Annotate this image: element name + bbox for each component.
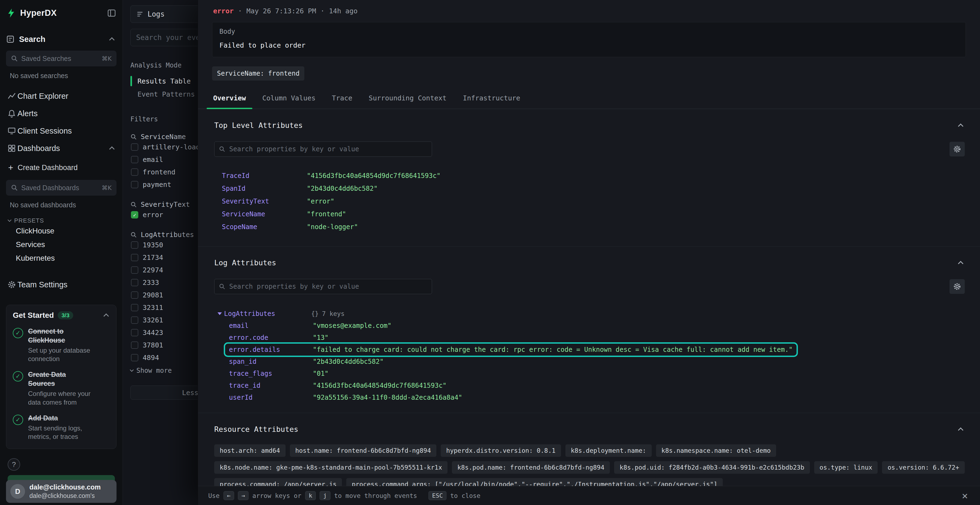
resource-chip[interactable]: process.command: /app/server.js [214, 478, 342, 486]
kv-key[interactable]: SeverityText [222, 197, 307, 205]
tab-overview[interactable]: Overview [205, 94, 254, 108]
checkbox-checked[interactable] [131, 211, 138, 219]
checkbox[interactable] [131, 316, 138, 324]
log-attributes-search-box[interactable] [214, 279, 432, 294]
tab-column-values[interactable]: Column Values [254, 94, 324, 108]
sidebar-item-team-settings[interactable]: Team Settings [6, 276, 116, 293]
attr-key[interactable]: error.code [229, 334, 313, 341]
checkbox[interactable] [131, 254, 138, 261]
saved-dashboards-search[interactable]: ⌘K [6, 180, 116, 195]
close-icon[interactable] [962, 491, 968, 501]
checkbox[interactable] [131, 156, 138, 163]
presets-toggle[interactable]: PRESETS [8, 217, 116, 224]
resource-chip[interactable]: os.type: linux [814, 461, 878, 474]
checkbox[interactable] [131, 181, 138, 188]
resource-chip[interactable]: k8s.namespace.name: otel-demo [656, 444, 776, 457]
attr-key[interactable]: userId [229, 394, 313, 401]
attr-value[interactable]: "2b43d0c4dd6bc582" [313, 358, 383, 365]
tree-root-key[interactable]: LogAttributes [224, 310, 311, 318]
kv-value[interactable]: "4156d3fbc40a64854d9dc7f68641593c" [307, 172, 441, 179]
checkbox[interactable] [131, 304, 138, 311]
tab-infrastructure[interactable]: Infrastructure [455, 94, 528, 108]
attr-value[interactable]: "4156d3fbc40a64854d9dc7f68641593c" [313, 382, 447, 389]
chevron-up-icon[interactable] [109, 146, 115, 152]
checkbox[interactable] [131, 354, 138, 361]
resource-chip[interactable]: k8s.pod.uid: f284fb2d-a0b3-4634-991b-e2c… [614, 461, 810, 474]
attr-value[interactable]: "92a55156-39a4-11f0-8ddd-a2eca416a8a4" [313, 394, 462, 401]
kv-key[interactable]: ServiceName [222, 210, 307, 218]
kv-row: SpanId"2b43d0c4dd6bc582" [222, 182, 965, 195]
resource-chip[interactable]: hyperdx.distro.version: 0.8.1 [441, 444, 561, 457]
tab-trace[interactable]: Trace [324, 94, 360, 108]
body-text: Failed to place order [220, 41, 958, 49]
sidebar-item-dashboards[interactable]: Dashboards [6, 140, 116, 157]
checkbox[interactable] [131, 143, 138, 151]
get-started-item[interactable]: Connect to ClickHouse Set up your databa… [13, 327, 110, 363]
settings-gear-button[interactable] [950, 142, 965, 156]
log-attributes-search-input[interactable] [229, 283, 427, 290]
attr-value[interactable]: "01" [313, 370, 329, 377]
resource-chip[interactable]: process.command_args: ["/usr/local/bin/n… [346, 478, 723, 486]
service-name-tag[interactable]: ServiceName: frontend [212, 67, 304, 81]
kv-value[interactable]: "frontend" [307, 210, 346, 218]
checkbox[interactable] [131, 329, 138, 336]
settings-gear-button[interactable] [950, 279, 965, 294]
sidebar-item-client-sessions[interactable]: Client Sessions [6, 122, 116, 140]
collapse-chevron-icon[interactable] [958, 260, 963, 266]
preset-clickhouse[interactable]: ClickHouse [16, 224, 116, 238]
kv-key[interactable]: TraceId [222, 172, 307, 179]
attr-key[interactable]: span_id [229, 358, 313, 365]
kv-value[interactable]: "node-logger" [307, 223, 358, 231]
resource-chip[interactable]: host.name: frontend-6b6c8d7bfd-ng894 [290, 444, 437, 457]
collapse-chevron-icon[interactable] [958, 123, 963, 129]
get-started-item[interactable]: Create Data Sources Configure where your… [13, 370, 110, 406]
sidebar-section-search[interactable]: Search [6, 33, 116, 45]
kv-value[interactable]: "2b43d0c4dd6bc582" [307, 185, 377, 192]
attr-value[interactable]: "failed to charge card: could not charge… [313, 346, 793, 353]
help-button[interactable]: ? [8, 458, 20, 471]
detail-content: Top Level Attributes [198, 109, 980, 486]
kv-key[interactable]: SpanId [222, 185, 307, 192]
get-started-item[interactable]: Add Data Start sending logs, metrics, or… [13, 414, 110, 441]
create-dashboard-button[interactable]: Create Dashboard [6, 160, 116, 175]
attr-key[interactable]: email [229, 322, 313, 329]
saved-searches-search[interactable]: ⌘K [6, 51, 116, 67]
resource-chip[interactable]: host.arch: amd64 [214, 444, 286, 457]
get-started-header[interactable]: Get Started 3/3 [13, 311, 110, 320]
top-level-search-input[interactable] [229, 145, 427, 153]
chevron-up-icon[interactable] [109, 37, 115, 43]
saved-dashboards-input[interactable] [21, 184, 102, 192]
tree-root-row[interactable]: LogAttributes {} 7 keys [218, 308, 348, 320]
checkbox[interactable] [131, 168, 138, 176]
attr-key[interactable]: trace_flags [229, 370, 313, 377]
kv-key[interactable]: ScopeName [222, 223, 307, 231]
chevron-up-icon[interactable] [103, 313, 109, 319]
sidebar-item-chart-explorer[interactable]: Chart Explorer [6, 87, 116, 105]
saved-searches-input[interactable] [21, 55, 102, 63]
resource-chip[interactable]: k8s.pod.name: frontend-6b6c8d7bfd-ng894 [452, 461, 610, 474]
checkbox[interactable] [131, 279, 138, 286]
collapse-chevron-icon[interactable] [958, 427, 963, 433]
top-level-search-box[interactable] [214, 141, 432, 157]
tab-surrounding-context[interactable]: Surrounding Context [360, 94, 455, 108]
preset-kubernetes[interactable]: Kubernetes [16, 251, 116, 265]
sidebar-collapse-icon[interactable] [107, 8, 116, 18]
preset-label: Kubernetes [16, 254, 55, 262]
checkbox[interactable] [131, 291, 138, 299]
kv-value[interactable]: "error" [307, 197, 334, 205]
checkbox[interactable] [131, 266, 138, 274]
resource-chip[interactable]: k8s.deployment.name: [565, 444, 652, 457]
sidebar-item-alerts[interactable]: Alerts [6, 105, 116, 122]
user-menu[interactable]: D dale@clickhouse.com dale@clickhouse.co… [6, 480, 116, 503]
attr-key[interactable]: error.details [229, 346, 313, 353]
preset-services[interactable]: Services [16, 238, 116, 251]
attr-key[interactable]: trace_id [229, 382, 313, 389]
resource-chip[interactable]: os.version: 6.6.72+ [882, 461, 964, 474]
resource-chip[interactable]: k8s.node.name: gke-pme-k8s-standard-main… [214, 461, 447, 474]
attr-value[interactable]: "vmoses@example.com" [313, 322, 391, 329]
checkbox[interactable] [131, 341, 138, 349]
checkbox[interactable] [131, 241, 138, 249]
nav-label: Chart Explorer [18, 92, 68, 101]
attr-value[interactable]: "13" [313, 334, 329, 341]
tab-label: Trace [332, 94, 352, 102]
